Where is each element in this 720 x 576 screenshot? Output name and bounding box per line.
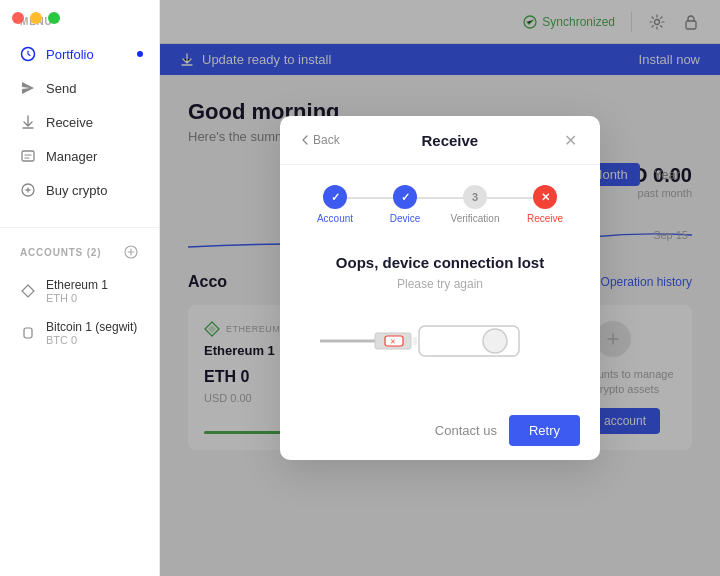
buy-crypto-icon [20,182,36,198]
svg-rect-5 [24,328,32,338]
receive-label: Receive [46,115,93,130]
svg-text:✕: ✕ [390,338,396,345]
send-icon [20,80,36,96]
step-device: ✓ Device [370,185,440,224]
portfolio-label: Portfolio [46,47,94,62]
buy-crypto-label: Buy crypto [46,183,107,198]
modal-back-label: Back [313,133,340,147]
eth-icon [20,283,36,299]
accounts-section: ACCOUNTS (2) Ethereum 1 ETH 0 Bitcoin 1 … [0,227,159,354]
step-account-label: Account [317,213,353,224]
step-receive-label: Receive [527,213,563,224]
sidebar: MENU Portfolio Send Receive [0,0,160,576]
sidebar-item-buy-crypto[interactable]: Buy crypto [0,173,159,207]
step-account: ✓ Account [300,185,370,224]
modal-error-subtitle: Please try again [310,277,570,291]
step-account-circle: ✓ [323,185,347,209]
minimize-button[interactable] [30,12,42,24]
sidebar-item-manager[interactable]: Manager [0,139,159,173]
svg-marker-4 [22,285,34,297]
manager-label: Manager [46,149,97,164]
sidebar-item-receive[interactable]: Receive [0,105,159,139]
add-account-sidebar-icon[interactable] [123,244,139,260]
modal-stepper: ✓ Account ✓ Device 3 Verification ✕ Rece… [280,165,600,234]
receive-icon [20,114,36,130]
sidebar-item-portfolio[interactable]: Portfolio [0,37,159,71]
eth-account-sub: ETH 0 [46,292,108,304]
manager-icon [20,148,36,164]
step-device-label: Device [390,213,421,224]
svg-point-20 [483,329,507,353]
device-illustration: ✕ [320,311,560,371]
modal-body: Oops, device connection lost Please try … [280,234,600,401]
account-item-eth[interactable]: Ethereum 1 ETH 0 [0,270,159,312]
step-receive: ✕ Receive [510,185,580,224]
modal-overlay: Back Receive ✕ ✓ Account ✓ Device 3 Veri… [160,0,720,576]
step-receive-circle: ✕ [533,185,557,209]
step-verification-label: Verification [451,213,500,224]
send-label: Send [46,81,76,96]
main-content: Synchronized Update ready to install Ins… [160,0,720,576]
svg-rect-1 [22,151,34,161]
modal-footer: Contact us Retry [280,401,600,460]
btc-account-sub: BTC 0 [46,334,137,346]
step-verification: 3 Verification [440,185,510,224]
accounts-section-label: ACCOUNTS (2) [20,247,101,258]
accounts-header: ACCOUNTS (2) [0,244,159,270]
retry-button[interactable]: Retry [509,415,580,446]
active-indicator [137,51,143,57]
svg-rect-18 [413,337,417,345]
modal-error-title: Oops, device connection lost [310,254,570,271]
account-item-btc[interactable]: Bitcoin 1 (segwit) BTC 0 [0,312,159,354]
close-button[interactable] [12,12,24,24]
contact-us-link[interactable]: Contact us [435,423,497,438]
btc-account-info: Bitcoin 1 (segwit) BTC 0 [46,320,137,346]
eth-account-info: Ethereum 1 ETH 0 [46,278,108,304]
maximize-button[interactable] [48,12,60,24]
receive-modal: Back Receive ✕ ✓ Account ✓ Device 3 Veri… [280,116,600,460]
modal-back-button[interactable]: Back [300,133,340,147]
portfolio-icon [20,46,36,62]
modal-title: Receive [421,132,478,149]
btc-icon [20,325,36,341]
sidebar-item-send[interactable]: Send [0,71,159,105]
step-verification-circle: 3 [463,185,487,209]
eth-account-name: Ethereum 1 [46,278,108,292]
modal-header: Back Receive ✕ [280,116,600,165]
step-device-circle: ✓ [393,185,417,209]
window-controls [12,12,60,24]
btc-account-name: Bitcoin 1 (segwit) [46,320,137,334]
modal-close-button[interactable]: ✕ [560,130,580,150]
